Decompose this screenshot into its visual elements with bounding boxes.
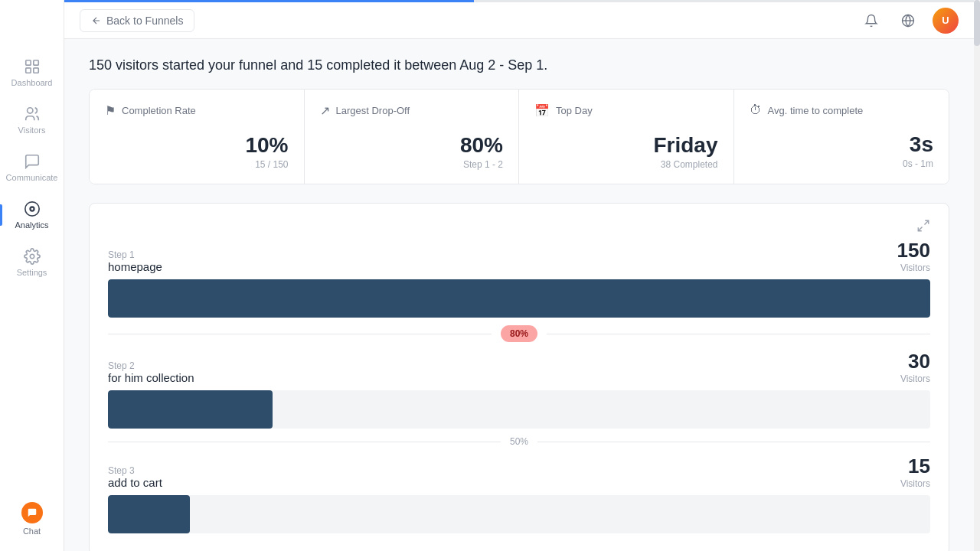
step-1-bar-fill [108,279,930,318]
funnel-step-2: Step 2 for him collection 30 Visitors [108,350,930,429]
step-2-label-row: Step 2 for him collection 30 Visitors [108,350,930,384]
stat-card-completion-rate: ⚑ Completion Rate 10% 15 / 150 [90,90,305,184]
step-3-count: 15 [900,455,930,478]
stat-card-dropoff: ↗ Largest Drop-Off 80% Step 1 - 2 [305,90,520,184]
topbar-right: U [859,8,959,34]
funnel-step-1: Step 1 homepage 150 Visitors [108,239,930,318]
step-1-label-row: Step 1 homepage 150 Visitors [108,239,930,273]
stat-value-completion: 10% [105,133,289,158]
sidebar-communicate-label: Communicate [6,173,58,182]
stats-grid: ⚑ Completion Rate 10% 15 / 150 ↗ Largest… [89,89,949,184]
step-3-count-wrap: 15 Visitors [900,455,930,489]
step-3-bar [108,495,930,533]
dropoff-badge-1: 80% [501,325,537,342]
progress-fill [64,0,474,2]
step-2-count: 30 [900,350,930,373]
stat-header-completion: ⚑ Completion Rate [105,103,289,118]
funnel-expand-icon[interactable] [108,219,930,233]
bell-icon [864,14,878,28]
stat-label-dropoff: Largest Drop-Off [336,105,410,116]
step-1-visitors-label: Visitors [897,262,930,273]
dropoff-2: 50% [108,436,930,447]
step-2-info: Step 2 for him collection [108,360,194,384]
sidebar-visitors-label: Visitors [18,126,46,135]
dropoff-badge-2: 50% [510,436,528,447]
step-2-count-wrap: 30 Visitors [900,350,930,384]
chat-label: Chat [23,527,41,536]
step-3-name: add to cart [108,476,162,489]
svg-point-8 [30,254,34,259]
svg-rect-0 [25,60,30,65]
flag-icon: ⚑ [105,103,116,118]
svg-point-7 [31,208,33,210]
summary-text: 150 visitors started your funnel and 15 … [89,57,949,73]
stat-card-topday: 📅 Top Day Friday 38 Completed [519,90,734,184]
stat-label-completion: Completion Rate [122,105,196,116]
back-to-funnels-button[interactable]: Back to Funnels [80,9,194,32]
step-2-bar [108,390,930,429]
sidebar-dashboard-label: Dashboard [11,78,53,87]
sidebar-item-settings[interactable]: Settings [5,240,60,285]
progress-strip [64,0,974,2]
clock-icon: ⏱ [750,103,762,117]
logo [15,9,49,43]
sidebar-item-dashboard[interactable]: Dashboard [5,51,60,95]
expand-icon [916,219,930,233]
svg-rect-1 [33,60,38,65]
back-button-label: Back to Funnels [106,15,183,27]
sidebar-item-visitors[interactable]: Visitors [5,98,60,142]
sidebar-settings-label: Settings [17,268,47,277]
step-2-bar-fill [108,390,273,429]
stat-label-avgtime: Avg. time to complete [768,105,864,116]
step-2-num: Step 2 [108,360,194,371]
svg-rect-2 [25,68,30,73]
arrow-left-icon [91,15,102,26]
visitors-icon [24,106,41,122]
analytics-icon [24,201,41,217]
step-1-count: 150 [897,239,930,262]
funnel-step-3: Step 3 add to cart 15 Visitors [108,455,930,533]
sidebar-item-communicate[interactable]: Communicate [5,145,60,190]
sidebar-bottom: Chat [15,496,49,542]
stat-sub-completion: 15 / 150 [105,159,289,170]
step-1-info: Step 1 homepage [108,249,162,273]
step-1-count-wrap: 150 Visitors [897,239,930,273]
chat-button[interactable]: Chat [15,496,49,542]
stat-sub-avgtime: 0s - 1m [750,158,934,169]
stat-card-avgtime: ⏱ Avg. time to complete 3s 0s - 1m [734,90,949,184]
dropoff-1: 80% [108,325,930,342]
stat-value-topday: Friday [534,133,718,158]
step-3-visitors-label: Visitors [900,478,930,489]
step-3-num: Step 3 [108,465,162,476]
dropoff-line-left [108,334,492,334]
globe-icon [901,14,915,28]
svg-line-11 [925,220,929,224]
stat-sub-dropoff: Step 1 - 2 [320,159,504,170]
step-3-label-row: Step 3 add to cart 15 Visitors [108,455,930,489]
dropoff-line-right [547,334,930,334]
calendar-icon: 📅 [534,103,550,118]
scrollbar-thumb[interactable] [974,0,980,46]
stat-header-avgtime: ⏱ Avg. time to complete [750,103,934,117]
dropoff-2-line-left [108,442,501,442]
sidebar-analytics-label: Analytics [15,220,48,230]
stat-header-topday: 📅 Top Day [534,103,718,118]
step-3-bar-fill [108,495,190,533]
page-scrollbar[interactable] [974,0,980,551]
globe-button[interactable] [896,8,920,33]
stat-label-topday: Top Day [556,105,593,116]
stat-value-avgtime: 3s [750,132,934,157]
main-content: Back to Funnels U 150 visitors [64,0,974,551]
svg-rect-3 [33,68,38,73]
step-2-name: for him collection [108,371,194,384]
user-avatar[interactable]: U [933,8,959,34]
funnel-section: Step 1 homepage 150 Visitors 80% [89,203,949,551]
chat-orange-icon [21,502,43,523]
svg-line-12 [918,227,922,231]
stat-value-dropoff: 80% [320,133,504,158]
step-3-info: Step 3 add to cart [108,465,162,489]
sidebar-item-analytics[interactable]: Analytics [5,193,60,237]
notifications-button[interactable] [859,8,884,33]
dashboard-icon [24,58,41,75]
step-2-visitors-label: Visitors [900,373,930,384]
